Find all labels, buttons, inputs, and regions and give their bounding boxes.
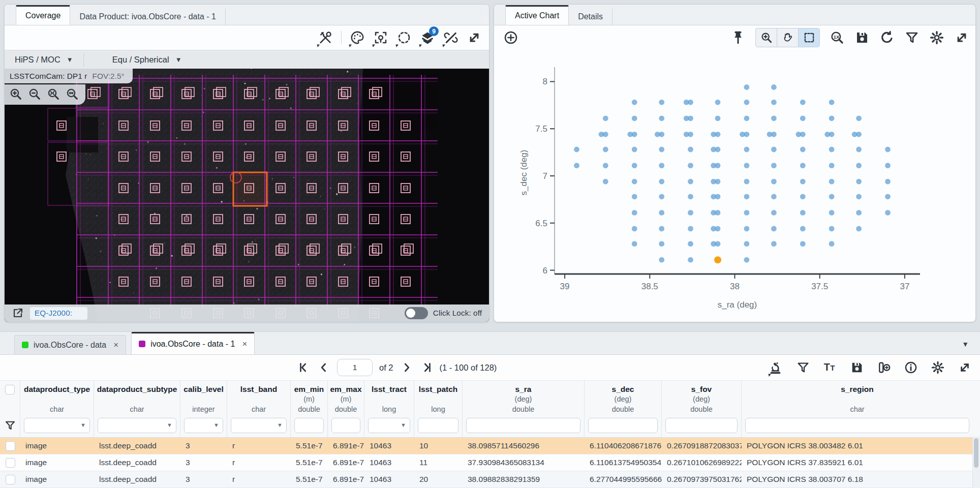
next-page-icon[interactable] <box>400 361 413 374</box>
column-type: double <box>298 404 320 414</box>
filter-input-dataproduct_type[interactable]: ▼ <box>24 418 90 433</box>
filter-input-em_max[interactable] <box>331 418 360 433</box>
text-view-icon[interactable]: TT <box>823 360 837 375</box>
filter-row-icon[interactable] <box>4 419 16 432</box>
select-mode-button[interactable] <box>799 28 819 47</box>
unlink-icon[interactable]: ▾ <box>443 30 458 45</box>
save-chart-icon[interactable] <box>854 30 870 45</box>
filter-input-lsst_band[interactable]: ▼ <box>231 418 287 433</box>
column-header-calib_level[interactable]: calib_level integer ▼ <box>180 381 227 437</box>
filter-input-s_dec[interactable] <box>588 418 658 433</box>
first-page-icon[interactable] <box>297 361 311 374</box>
chart-panel: Active Chart Details 1X 3938.53837.53766… <box>494 4 976 322</box>
zoom-fit-icon[interactable] <box>46 87 60 101</box>
table-settings-icon[interactable] <box>931 360 945 375</box>
table-tab-obscore-data-1[interactable]: ivoa.ObsCore - data - 1 × <box>131 332 255 354</box>
close-icon[interactable]: × <box>242 339 247 349</box>
color-palette-icon[interactable]: ▾ <box>350 30 365 45</box>
select-all-checkbox[interactable] <box>5 385 15 394</box>
column-header-lsst_band[interactable]: lsst_band char ▼ <box>227 381 291 437</box>
table-scrollbar[interactable] <box>972 437 980 488</box>
zoom-fill-icon[interactable] <box>65 87 79 101</box>
cell-lsst_tract: 10463 <box>364 438 414 454</box>
filter-input-calib_level[interactable]: ▼ <box>184 418 223 433</box>
select-region-icon[interactable]: ▾ <box>396 30 412 45</box>
filter-input-dataproduct_subtype[interactable]: ▼ <box>98 418 176 433</box>
table-row[interactable]: imagelsst.deep_coadd3r5.51e-76.891e-7104… <box>0 454 980 471</box>
filter-input-em_min[interactable] <box>294 418 324 433</box>
column-header-s_dec[interactable]: s_dec (deg) double <box>585 381 662 437</box>
add-column-icon[interactable] <box>877 360 891 375</box>
filter-input-s_region[interactable] <box>745 418 969 433</box>
projection-dropdown[interactable]: Equ / Spherical▼ <box>84 55 192 65</box>
sky-map[interactable]: LSSTComCam: DP1 rFOV:2.5° EQ-J2000: Clic… <box>5 69 489 322</box>
filter-chart-icon[interactable] <box>904 30 920 45</box>
zoom-mode-button[interactable] <box>756 28 777 47</box>
cell-lsst_tract: 10463 <box>364 471 414 487</box>
table-row[interactable]: imagelsst.deep_coadd3r5.51e-76.891e-7104… <box>0 438 980 454</box>
column-header-lsst_tract[interactable]: lsst_tract long ▼ <box>364 381 414 437</box>
recenter-icon[interactable]: ▾ <box>373 30 388 45</box>
column-header-s_region[interactable]: s_region char <box>742 381 973 437</box>
highlighted-point[interactable] <box>714 256 721 263</box>
table-row[interactable]: imagelsst.deep_coadd3r5.51e-76.891e-7104… <box>0 471 980 488</box>
column-header-lsst_patch[interactable]: lsst_patch long <box>414 381 463 437</box>
hips-moc-dropdown[interactable]: HiPS / MOC▼ <box>5 55 83 65</box>
column-header-dataproduct_subtype[interactable]: dataproduct_subtype char ▼ <box>94 381 180 437</box>
column-header-dataproduct_type[interactable]: dataproduct_type char ▼ <box>20 381 94 437</box>
expand-table-icon[interactable] <box>958 360 972 375</box>
chart-settings-icon[interactable] <box>929 30 944 45</box>
row-checkbox[interactable] <box>6 458 15 468</box>
zoom-original-icon[interactable]: 1X <box>830 30 845 45</box>
cell-dataproduct_type: image <box>20 454 94 471</box>
prev-page-icon[interactable] <box>317 361 330 374</box>
column-type: integer <box>192 404 215 414</box>
page-number-input[interactable] <box>337 359 373 376</box>
microscope-icon[interactable]: ▾ <box>769 360 783 375</box>
column-name: lsst_tract <box>372 385 407 394</box>
info-icon[interactable] <box>904 360 918 375</box>
column-header-s_fov[interactable]: s_fov (deg) double <box>662 381 742 437</box>
tab-data-product[interactable]: Data Product: ivoa.ObsCore - data - 1 <box>70 9 226 25</box>
sky-map-canvas[interactable] <box>5 69 489 322</box>
selected-footprint[interactable] <box>230 172 267 206</box>
filter-input-lsst_tract[interactable]: ▼ <box>368 418 410 433</box>
row-checkbox[interactable] <box>6 475 15 484</box>
column-name: em_max <box>330 385 361 394</box>
filter-input-lsst_patch[interactable] <box>418 418 458 433</box>
external-link-icon[interactable] <box>12 307 24 319</box>
column-header-em_min[interactable]: em_min (m) double <box>291 381 328 437</box>
scatter-points[interactable] <box>574 84 891 263</box>
pin-chart-icon[interactable] <box>730 30 746 45</box>
scatter-chart[interactable]: 3938.53837.53766.577.58s_ra (deg)s_dec (… <box>494 50 975 322</box>
tools-icon[interactable]: ▾ <box>318 30 333 45</box>
row-checkbox[interactable] <box>6 441 15 451</box>
column-header-em_max[interactable]: em_max (m) double <box>328 381 364 437</box>
refresh-chart-icon[interactable] <box>879 30 895 45</box>
tab-active-chart[interactable]: Active Chart <box>505 5 569 25</box>
pan-hand-icon <box>781 31 794 44</box>
close-icon[interactable]: × <box>113 340 118 350</box>
filter-input-s_fov[interactable] <box>665 418 738 433</box>
filter-table-icon[interactable] <box>796 360 810 375</box>
expand-icon[interactable] <box>467 30 482 45</box>
expand-chart-icon[interactable] <box>954 30 969 45</box>
tab-coverage[interactable]: Coverage <box>16 5 70 25</box>
last-page-icon[interactable] <box>420 361 433 374</box>
zoom-out-icon[interactable] <box>27 87 42 101</box>
add-chart-icon[interactable] <box>503 30 518 45</box>
filter-input-s_ra[interactable] <box>466 418 580 433</box>
scrollbar-thumb[interactable] <box>974 438 978 468</box>
save-table-icon[interactable] <box>850 360 864 375</box>
projection-label: Equ / Spherical <box>112 55 169 65</box>
column-unit: (deg) <box>693 394 710 404</box>
pan-mode-button[interactable] <box>777 28 799 47</box>
layers-icon[interactable]: ▾9 <box>420 30 435 45</box>
tab-list-chevron-icon[interactable]: ▼ <box>962 340 969 348</box>
zoom-in-icon[interactable] <box>9 87 23 101</box>
tab-data-product-label: Data Product: ivoa.ObsCore - data - 1 <box>79 12 216 21</box>
tab-details[interactable]: Details <box>569 9 612 25</box>
column-header-s_ra[interactable]: s_ra (deg) double <box>463 381 585 437</box>
click-lock-toggle[interactable] <box>405 307 428 319</box>
table-tab-obscore-data[interactable]: ivoa.ObsCore - data × <box>14 335 126 354</box>
